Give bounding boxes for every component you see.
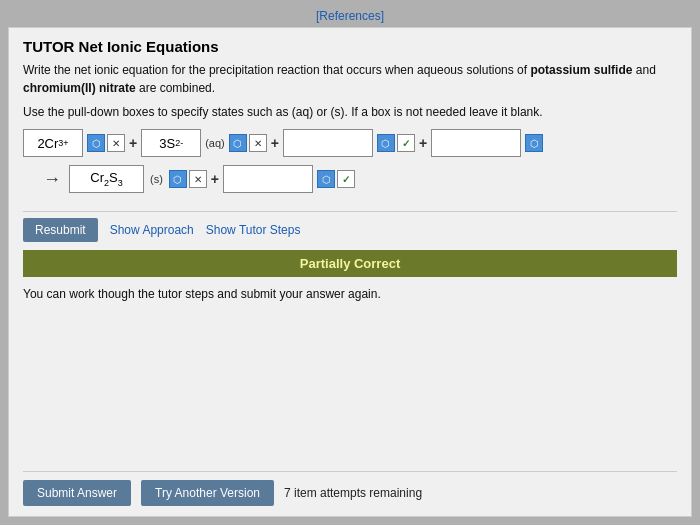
instruction-text: Write the net ionic equation for the pre… [23, 61, 677, 97]
plus-prod: + [211, 171, 219, 187]
instruction-line3: are combined. [136, 81, 215, 95]
dropdown-icon-prod2[interactable]: ⬡ [317, 170, 335, 188]
show-tutor-link[interactable]: Show Tutor Steps [206, 223, 301, 237]
references-bar: [References] [8, 8, 692, 23]
bold1: potassium sulfide [530, 63, 632, 77]
bold2: chromium(II) nitrate [23, 81, 136, 95]
dropdown-icon-4[interactable]: ⬡ [525, 134, 543, 152]
submit-answer-button[interactable]: Submit Answer [23, 480, 131, 506]
dropdown-icon-prod[interactable]: ⬡ [169, 170, 187, 188]
empty-box-2[interactable] [431, 129, 521, 157]
reactant2-sup: 2- [175, 138, 183, 148]
state-select-4[interactable]: ⬡ [525, 134, 543, 152]
check-icon-prod2[interactable]: ✓ [337, 170, 355, 188]
state-select-2[interactable]: ⬡ ✕ [229, 134, 267, 152]
try-another-button[interactable]: Try Another Version [141, 480, 274, 506]
resubmit-button[interactable]: Resubmit [23, 218, 98, 242]
hint-text: Use the pull-down boxes to specify state… [23, 105, 677, 119]
reactant2-text: 3S [159, 136, 175, 151]
empty-box-1[interactable] [283, 129, 373, 157]
state-select-1[interactable]: ⬡ ✕ [87, 134, 125, 152]
equation-row-2: → Cr2S3 (s) ⬡ ✕ + ⬡ ✓ [23, 165, 677, 193]
dropdown-icon-3[interactable]: ⬡ [377, 134, 395, 152]
check-icon-3[interactable]: ✓ [397, 134, 415, 152]
dropdown-icon-2[interactable]: ⬡ [229, 134, 247, 152]
aq-label: (aq) [205, 137, 225, 149]
main-panel: TUTOR Net Ionic Equations Write the net … [8, 27, 692, 517]
bottom-bar: Submit Answer Try Another Version 7 item… [23, 471, 677, 506]
x-icon-1[interactable]: ✕ [107, 134, 125, 152]
result-message: You can work though the tutor steps and … [23, 283, 677, 305]
tutor-label: TUTOR [23, 38, 74, 55]
x-icon-2[interactable]: ✕ [249, 134, 267, 152]
product-box: Cr2S3 [69, 165, 144, 193]
plus-3: + [419, 135, 427, 151]
state-select-product2[interactable]: ⬡ ✓ [317, 170, 355, 188]
instruction-line2: and [632, 63, 655, 77]
action-bar: Resubmit Show Approach Show Tutor Steps [23, 218, 677, 242]
reactant1-sup: 3+ [58, 138, 68, 148]
state-select-3[interactable]: ⬡ ✓ [377, 134, 415, 152]
result-banner: Partially Correct [23, 250, 677, 277]
dropdown-icon-1[interactable]: ⬡ [87, 134, 105, 152]
reactant2-box: 3S2- [141, 129, 201, 157]
empty-product-box[interactable] [223, 165, 313, 193]
equation-row-1: 2Cr3+ ⬡ ✕ + 3S2- (aq) ⬡ ✕ + ⬡ ✓ + ⬡ [23, 129, 677, 157]
reactant1-box: 2Cr3+ [23, 129, 83, 157]
plus-2: + [271, 135, 279, 151]
section-title: Net Ionic Equations [79, 38, 219, 55]
page-title: TUTOR Net Ionic Equations [23, 38, 677, 55]
state-s-label: (s) [150, 173, 163, 185]
instruction-line1: Write the net ionic equation for the pre… [23, 63, 530, 77]
reactant1-text: 2Cr [37, 136, 58, 151]
state-select-product[interactable]: ⬡ ✕ [169, 170, 207, 188]
attempts-text: 7 item attempts remaining [284, 486, 422, 500]
show-approach-link[interactable]: Show Approach [110, 223, 194, 237]
arrow-sign: → [43, 169, 61, 190]
divider-1 [23, 211, 677, 212]
references-link[interactable]: [References] [316, 9, 384, 23]
x-icon-prod[interactable]: ✕ [189, 170, 207, 188]
plus-1: + [129, 135, 137, 151]
product-text: Cr2S3 [90, 170, 122, 188]
